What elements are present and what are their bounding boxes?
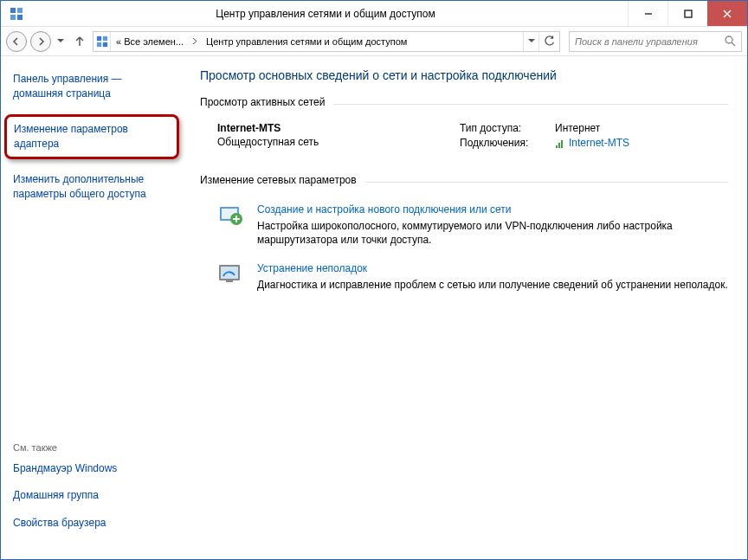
app-icon <box>10 7 23 21</box>
svg-rect-8 <box>96 35 100 40</box>
new-connection-icon <box>217 202 245 229</box>
text: Internet-MTS <box>569 137 629 149</box>
text: Панель управления — <box>13 73 122 85</box>
back-button[interactable] <box>6 31 27 52</box>
address-icon <box>94 32 111 51</box>
refresh-button[interactable] <box>538 32 559 51</box>
svg-rect-10 <box>96 42 100 46</box>
breadcrumb-chevron-1[interactable] <box>189 32 201 51</box>
main-content: Просмотр основных сведений о сети и наст… <box>184 56 747 559</box>
svg-rect-14 <box>556 145 558 148</box>
connections-label: Подключения: <box>460 137 546 151</box>
svg-rect-22 <box>226 280 233 282</box>
search-input[interactable] <box>575 36 719 47</box>
svg-line-13 <box>732 42 735 46</box>
troubleshoot-item: Устранение неполадок Диагностика и испра… <box>200 261 728 292</box>
breadcrumb-segment-2[interactable]: Центр управления сетями и общим доступом <box>201 32 412 51</box>
sidebar-adapter-link[interactable]: Изменение параметров адаптера <box>14 122 170 152</box>
address-dropdown[interactable] <box>523 32 538 51</box>
forward-button[interactable] <box>30 31 51 52</box>
network-name: Internet-MTS <box>217 122 390 134</box>
new-connection-item: Создание и настройка нового подключения … <box>200 202 728 247</box>
window-title: Центр управления сетями и общим доступом <box>23 8 628 20</box>
app-window: Центр управления сетями и общим доступом… <box>0 0 748 560</box>
svg-rect-15 <box>558 143 560 148</box>
see-also-label: См. также <box>13 442 172 453</box>
signal-icon <box>555 138 565 151</box>
svg-rect-16 <box>561 140 563 148</box>
maximize-button[interactable] <box>667 1 707 26</box>
sidebar-homegroup-link[interactable]: Домашняя группа <box>13 488 172 503</box>
sidebar-sharing-link[interactable]: Изменить дополнительные параметры общего… <box>13 172 172 202</box>
new-connection-desc: Настройка широкополосного, коммутируемог… <box>257 219 728 247</box>
divider <box>333 104 728 105</box>
sidebar-adapter-highlight: Изменение параметров адаптера <box>4 114 179 160</box>
troubleshoot-icon <box>217 261 245 288</box>
search-button[interactable] <box>719 32 741 51</box>
active-networks-label: Просмотр активных сетей <box>200 96 325 108</box>
history-dropdown[interactable] <box>55 32 67 51</box>
svg-rect-9 <box>102 35 106 40</box>
svg-rect-1 <box>17 8 23 13</box>
svg-rect-5 <box>685 10 692 17</box>
titlebar: Центр управления сетями и общим доступом <box>1 1 747 27</box>
svg-rect-2 <box>10 15 16 20</box>
search-box[interactable] <box>569 31 742 52</box>
up-button[interactable] <box>70 32 89 51</box>
page-title: Просмотр основных сведений о сети и наст… <box>200 68 728 82</box>
sidebar-firewall-link[interactable]: Брандмауэр Windows <box>13 461 172 476</box>
connection-link[interactable]: Internet-MTS <box>555 137 629 151</box>
access-type-value: Интернет <box>555 122 629 134</box>
sidebar-home-link[interactable]: Панель управления — домашняя страница <box>13 72 172 101</box>
breadcrumb-segment-1[interactable]: « Все элемен... <box>111 32 189 51</box>
address-bar[interactable]: « Все элемен... Центр управления сетями … <box>93 31 560 52</box>
sidebar-browser-link[interactable]: Свойства браузера <box>13 516 172 531</box>
navbar: « Все элемен... Центр управления сетями … <box>1 27 747 56</box>
troubleshoot-desc: Диагностика и исправление проблем с сеть… <box>257 278 728 292</box>
svg-rect-11 <box>102 42 106 46</box>
minimize-button[interactable] <box>628 1 667 26</box>
svg-point-12 <box>725 36 732 43</box>
svg-rect-0 <box>10 8 16 13</box>
troubleshoot-link[interactable]: Устранение неполадок <box>257 262 728 274</box>
close-button[interactable] <box>707 1 747 26</box>
sidebar: Панель управления — домашняя страница Из… <box>1 56 184 559</box>
network-category: Общедоступная сеть <box>217 136 390 148</box>
access-type-label: Тип доступа: <box>460 122 546 134</box>
text: домашняя страница <box>13 87 111 100</box>
divider <box>365 182 728 183</box>
change-settings-label: Изменение сетевых параметров <box>200 174 357 186</box>
svg-rect-3 <box>17 15 23 20</box>
new-connection-link[interactable]: Создание и настройка нового подключения … <box>257 203 728 216</box>
active-network: Internet-MTS Общедоступная сеть Тип дост… <box>200 122 728 151</box>
